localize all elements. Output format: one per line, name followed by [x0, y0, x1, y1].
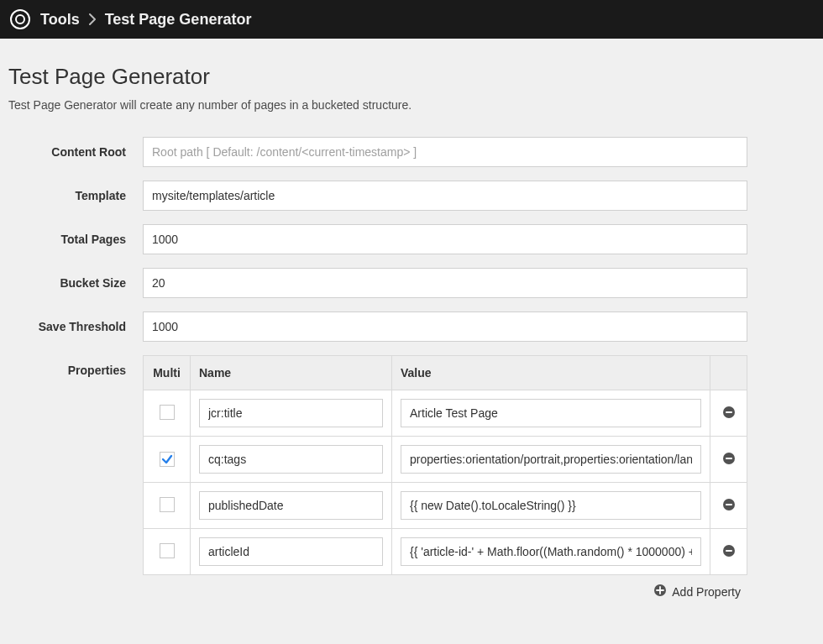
table-row [144, 529, 747, 575]
save-threshold-input[interactable] [143, 312, 747, 342]
content-area: Test Page Generator Test Page Generator … [0, 39, 823, 644]
property-name-input[interactable] [199, 537, 383, 566]
breadcrumb-current[interactable]: Test Page Generator [105, 11, 252, 29]
table-row [144, 483, 747, 529]
svg-rect-1 [726, 411, 732, 413]
property-value-input[interactable] [401, 491, 701, 520]
col-header-value: Value [392, 356, 710, 390]
bucket-size-input[interactable] [143, 268, 747, 298]
multi-checkbox[interactable] [160, 405, 175, 420]
col-header-multi: Multi [144, 356, 191, 390]
svg-rect-7 [726, 550, 732, 552]
content-root-label: Content Root [8, 137, 143, 167]
property-name-input[interactable] [199, 399, 383, 427]
save-threshold-label: Save Threshold [8, 312, 143, 342]
remove-row-button[interactable] [722, 544, 736, 558]
table-row [144, 390, 747, 437]
remove-row-button[interactable] [722, 452, 736, 465]
property-name-input[interactable] [199, 445, 383, 474]
page-description: Test Page Generator will create any numb… [8, 98, 815, 112]
bucket-size-label: Bucket Size [8, 268, 143, 298]
property-name-input[interactable] [199, 491, 383, 520]
multi-checkbox[interactable] [160, 543, 175, 558]
col-header-action [710, 356, 747, 390]
svg-rect-3 [726, 458, 732, 459]
table-row [144, 437, 747, 483]
svg-rect-5 [726, 504, 732, 505]
breadcrumb-root[interactable]: Tools [40, 11, 80, 29]
content-root-input[interactable] [143, 137, 747, 167]
multi-checkbox[interactable] [160, 497, 175, 512]
add-property-label: Add Property [672, 585, 741, 599]
app-logo-icon[interactable] [10, 9, 30, 29]
properties-table: Multi Name Value [143, 355, 747, 575]
plus-circle-icon [653, 584, 667, 599]
property-value-input[interactable] [401, 445, 701, 474]
remove-row-button[interactable] [722, 406, 736, 419]
page-title: Test Page Generator [8, 64, 815, 90]
properties-label: Properties [8, 355, 143, 605]
template-input[interactable] [143, 181, 747, 211]
property-value-input[interactable] [401, 537, 701, 566]
chevron-right-icon [88, 13, 97, 25]
property-value-input[interactable] [401, 399, 701, 427]
total-pages-input[interactable] [143, 224, 747, 254]
multi-checkbox[interactable] [160, 452, 175, 467]
add-property-button[interactable]: Add Property [653, 584, 741, 599]
col-header-name: Name [191, 356, 392, 390]
template-label: Template [8, 181, 143, 211]
top-bar: Tools Test Page Generator [0, 0, 823, 39]
total-pages-label: Total Pages [8, 224, 143, 254]
remove-row-button[interactable] [722, 498, 736, 511]
